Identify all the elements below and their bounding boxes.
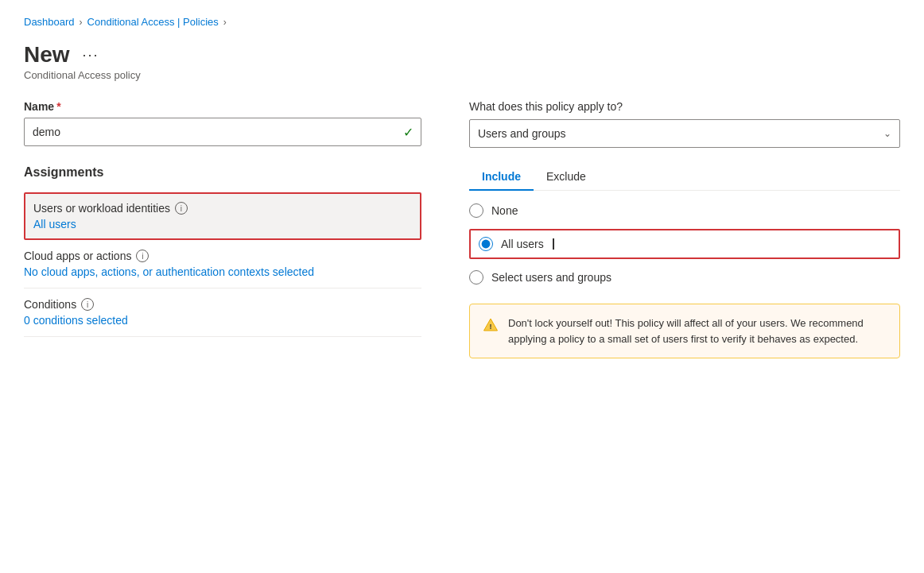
radio-group: None All users Select users and groups [469, 203, 900, 285]
conditions-assignment-header: Conditions i [24, 298, 421, 311]
radio-all-users-option[interactable]: All users [469, 229, 900, 259]
radio-select-label: Select users and groups [491, 271, 611, 284]
conditions-info-icon[interactable]: i [81, 298, 94, 311]
tab-exclude[interactable]: Exclude [534, 164, 599, 191]
conditions-assignment-link[interactable]: 0 conditions selected [24, 314, 421, 327]
cloud-apps-info-icon[interactable]: i [136, 250, 149, 262]
radio-none-option[interactable]: None [469, 203, 900, 218]
cloud-apps-assignment-item[interactable]: Cloud apps or actions i No cloud apps, a… [24, 240, 421, 288]
conditions-assignment-label: Conditions [24, 298, 76, 311]
breadcrumb-sep-2: › [223, 17, 227, 28]
warning-box: ! Don't lock yourself out! This policy w… [469, 304, 900, 358]
dropdown-wrapper: Users and groups ⌄ [469, 119, 900, 148]
tabs-row: Include Exclude [469, 164, 900, 191]
radio-select-input[interactable] [469, 270, 483, 285]
warning-text: Don't lock yourself out! This policy wil… [508, 316, 887, 347]
name-input-wrapper: ✓ [24, 118, 421, 146]
chevron-down-icon: ⌄ [883, 128, 891, 139]
conditions-assignment-item[interactable]: Conditions i 0 conditions selected [24, 288, 421, 337]
users-assignment-label: Users or workload identities [33, 202, 170, 215]
name-input[interactable] [24, 118, 421, 146]
breadcrumb-policies[interactable]: Conditional Access | Policies [87, 16, 219, 28]
page-title: New [24, 42, 70, 68]
breadcrumb: Dashboard › Conditional Access | Policie… [24, 16, 900, 28]
users-assignment-item[interactable]: Users or workload identities i All users [24, 192, 421, 240]
users-groups-dropdown[interactable]: Users and groups ⌄ [469, 119, 900, 148]
tab-include[interactable]: Include [469, 164, 534, 191]
radio-none-label: None [491, 204, 518, 217]
page-subtitle: Conditional Access policy [24, 69, 900, 81]
required-indicator: * [56, 100, 60, 113]
more-options-button[interactable]: ··· [78, 45, 104, 65]
cloud-apps-assignment-label: Cloud apps or actions [24, 250, 131, 262]
dropdown-value: Users and groups [478, 127, 566, 140]
radio-all-users-label: All users [501, 238, 544, 250]
main-layout: Name * ✓ Assignments Users or workload i… [24, 100, 900, 358]
users-assignment-header: Users or workload identities i [33, 202, 412, 215]
warning-icon: ! [483, 317, 499, 335]
assignments-title: Assignments [24, 165, 421, 183]
cloud-apps-assignment-header: Cloud apps or actions i [24, 250, 421, 262]
radio-none-input[interactable] [469, 203, 483, 218]
users-info-icon[interactable]: i [175, 202, 188, 215]
cursor-indicator [553, 238, 554, 250]
left-panel: Name * ✓ Assignments Users or workload i… [24, 100, 421, 337]
right-panel: What does this policy apply to? Users an… [469, 100, 900, 358]
users-assignment-link[interactable]: All users [33, 218, 412, 230]
name-label: Name * [24, 100, 421, 113]
radio-select-option[interactable]: Select users and groups [469, 270, 900, 285]
check-icon: ✓ [403, 125, 413, 140]
page-header: New ··· Conditional Access policy [24, 42, 900, 81]
cloud-apps-assignment-link[interactable]: No cloud apps, actions, or authenticatio… [24, 265, 421, 278]
name-field-group: Name * ✓ [24, 100, 421, 146]
radio-all-users-input[interactable] [479, 237, 493, 251]
svg-text:!: ! [490, 323, 492, 331]
breadcrumb-sep-1: › [80, 17, 83, 28]
breadcrumb-dashboard[interactable]: Dashboard [24, 16, 75, 28]
policy-apply-label: What does this policy apply to? [469, 100, 900, 113]
